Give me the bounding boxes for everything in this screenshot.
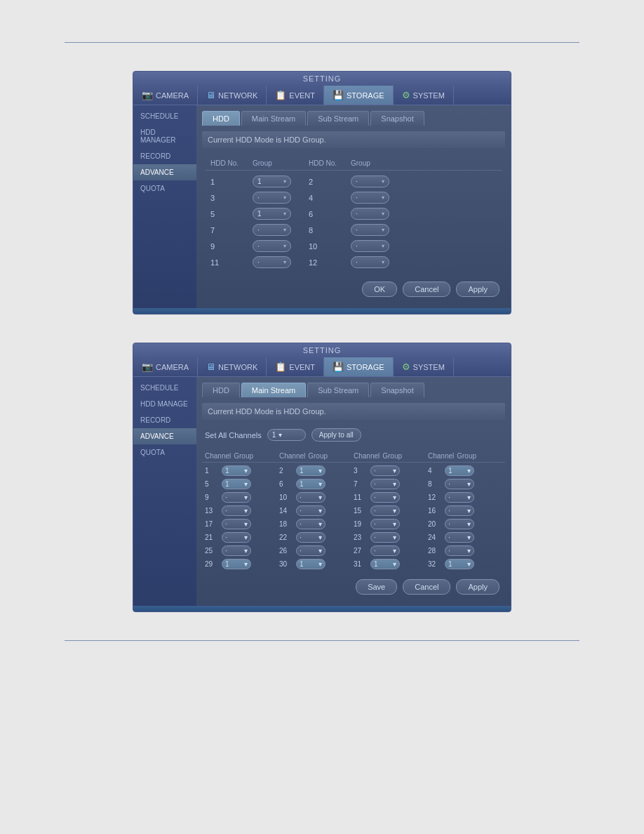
ch-dd-7-0[interactable]: 1▾ [222, 559, 251, 569]
p2-subtab-hdd[interactable]: HDD [202, 383, 240, 397]
hdd-r5-rg[interactable]: ·▾ [351, 256, 389, 268]
ch-dd-1-1[interactable]: 1▾ [296, 479, 326, 489]
tab-storage-label: STORAGE [347, 91, 384, 100]
ch-cell-2-2: 11·▾ [354, 492, 428, 503]
sidebar-record[interactable]: RECORD [133, 148, 196, 164]
save-button[interactable]: Save [356, 579, 397, 595]
hdd-r1-rg[interactable]: ·▾ [351, 192, 389, 204]
channel-row-2: 9·▾10·▾11·▾12·▾ [202, 491, 505, 504]
channel-header: Channel Group Channel Group Channel Grou… [202, 450, 505, 463]
ch-dd-0-1[interactable]: 1▾ [296, 465, 326, 476]
ch-dd-1-3[interactable]: ·▾ [445, 479, 474, 489]
sidebar-schedule[interactable]: SCHEDULE [133, 108, 196, 124]
hdd-r2-rg[interactable]: ·▾ [351, 208, 389, 220]
ch-dd-4-0[interactable]: ·▾ [222, 519, 251, 529]
ch-dd-3-0[interactable]: ·▾ [222, 505, 251, 516]
ch-hdr-0: Channel [205, 452, 231, 460]
ch-dd-0-3[interactable]: 1▾ [445, 465, 474, 476]
hdd-r3-rg[interactable]: ·▾ [351, 224, 389, 236]
ch-dd-4-2[interactable]: ·▾ [370, 519, 400, 529]
apply-all-button[interactable]: Apply to all [311, 428, 361, 442]
ch-dd-0-0[interactable]: 1▾ [222, 465, 251, 476]
ch-cell-6-1: 26·▾ [279, 545, 354, 556]
p2-sidebar-record[interactable]: RECORD [133, 412, 196, 428]
subtab-sub-stream[interactable]: Sub Stream [307, 111, 369, 126]
ch-dd-4-3[interactable]: ·▾ [445, 519, 474, 529]
channel-row-0: 11▾21▾3·▾41▾ [202, 464, 505, 477]
ch-dd-5-3[interactable]: ·▾ [445, 532, 474, 543]
sidebar-hdd-manager[interactable]: HDD MANAGER [133, 124, 196, 148]
ch-dd-5-2[interactable]: ·▾ [370, 532, 400, 543]
subtab-hdd[interactable]: HDD [202, 111, 240, 126]
ch-dd-5-1[interactable]: ·▾ [296, 532, 326, 543]
panel1-info: Current HDD Mode is HDD Group. [202, 131, 505, 148]
ch-dd-6-0[interactable]: ·▾ [222, 545, 251, 556]
ch-dd-6-1[interactable]: ·▾ [296, 545, 326, 556]
ch-dd-3-3[interactable]: ·▾ [445, 505, 474, 516]
ch-cell-1-1: 61▾ [279, 479, 354, 489]
ch-cell-6-3: 28·▾ [428, 545, 502, 556]
panel2-nav: 📷 CAMERA 🖥 NETWORK 📋 EVENT 💾 STORAGE ⚙ S… [133, 357, 511, 377]
hdd-r4-rg[interactable]: ·▾ [351, 240, 389, 252]
top-separator [65, 42, 579, 43]
ch-dd-7-2[interactable]: 1▾ [370, 559, 400, 569]
ch-dd-1-0[interactable]: 1▾ [222, 479, 251, 489]
hdd-r4-lg[interactable]: ·▾ [253, 240, 291, 252]
ch-dd-7-1[interactable]: 1▾ [296, 559, 326, 569]
p2-cancel-button[interactable]: Cancel [403, 579, 450, 595]
p2-subtab-sub-stream[interactable]: Sub Stream [307, 383, 369, 397]
ch-dd-7-3[interactable]: 1▾ [445, 559, 474, 569]
p2-sidebar-quota[interactable]: QUOTA [133, 444, 196, 461]
sidebar-quota[interactable]: QUOTA [133, 180, 196, 197]
p2-tab-event[interactable]: 📋 EVENT [267, 357, 324, 376]
ch-dd-4-1[interactable]: ·▾ [296, 519, 326, 529]
ch-dd-2-2[interactable]: ·▾ [370, 492, 400, 503]
hdd-r0-lg[interactable]: 1▾ [253, 176, 291, 187]
p2-tab-storage[interactable]: 💾 STORAGE [324, 357, 394, 376]
tab-camera-label: CAMERA [156, 91, 189, 100]
system-icon: ⚙ [402, 90, 410, 100]
tab-event[interactable]: 📋 EVENT [267, 86, 324, 105]
ch-dd-0-2[interactable]: ·▾ [370, 465, 400, 476]
set-all-dropdown[interactable]: 1▾ [267, 429, 306, 441]
hdd-r5-lg[interactable]: ·▾ [253, 256, 291, 268]
sidebar-advance[interactable]: ADVANCE [133, 164, 196, 180]
subtab-main-stream[interactable]: Main Stream [241, 111, 306, 126]
hdd-r2-lg[interactable]: 1▾ [253, 208, 291, 220]
tab-system-label: SYSTEM [413, 91, 445, 100]
ch-dd-6-3[interactable]: ·▾ [445, 545, 474, 556]
p2-subtab-main-stream[interactable]: Main Stream [241, 383, 306, 397]
apply-button[interactable]: Apply [456, 282, 499, 297]
hdd-r3-lg[interactable]: ·▾ [253, 224, 291, 236]
p2-sidebar-schedule[interactable]: SCHEDULE [133, 380, 196, 396]
ch-dd-2-3[interactable]: ·▾ [445, 492, 474, 503]
tab-storage[interactable]: 💾 STORAGE [324, 86, 394, 105]
ch-cell-7-3: 321▾ [428, 559, 502, 569]
ch-dd-3-2[interactable]: ·▾ [370, 505, 400, 516]
ch-dd-6-2[interactable]: ·▾ [370, 545, 400, 556]
p2-sidebar-advance[interactable]: ADVANCE [133, 428, 196, 444]
ch-num-2-1: 10 [279, 494, 293, 501]
ch-num-4-0: 17 [205, 520, 219, 528]
ch-dd-2-1[interactable]: ·▾ [296, 492, 326, 503]
tab-camera[interactable]: 📷 CAMERA [133, 86, 198, 105]
p2-tab-network[interactable]: 🖥 NETWORK [198, 357, 267, 376]
p2-tab-camera[interactable]: 📷 CAMERA [133, 357, 198, 376]
ch-dd-2-0[interactable]: ·▾ [222, 492, 251, 503]
hdd-r1-lg[interactable]: ·▾ [253, 192, 291, 204]
p2-sidebar-hdd-manage[interactable]: HDD MANAGE [133, 396, 196, 412]
subtab-snapshot[interactable]: Snapshot [370, 111, 424, 126]
p2-subtab-snapshot[interactable]: Snapshot [370, 383, 424, 397]
cancel-button[interactable]: Cancel [403, 282, 450, 297]
p2-tab-system[interactable]: ⚙ SYSTEM [394, 357, 454, 376]
ch-dd-5-0[interactable]: ·▾ [222, 532, 251, 543]
p2-apply-button[interactable]: Apply [456, 579, 499, 595]
tab-network[interactable]: 🖥 NETWORK [198, 86, 267, 105]
ch-num-5-3: 24 [428, 534, 442, 541]
ch-dd-1-2[interactable]: ·▾ [370, 479, 400, 489]
ch-dd-3-1[interactable]: ·▾ [296, 505, 326, 516]
tab-system[interactable]: ⚙ SYSTEM [394, 86, 454, 105]
panel-2: SETTING 📷 CAMERA 🖥 NETWORK 📋 EVENT 💾 STO… [133, 343, 511, 612]
hdd-r0-rg[interactable]: ·▾ [351, 176, 389, 187]
ok-button[interactable]: OK [362, 282, 397, 297]
